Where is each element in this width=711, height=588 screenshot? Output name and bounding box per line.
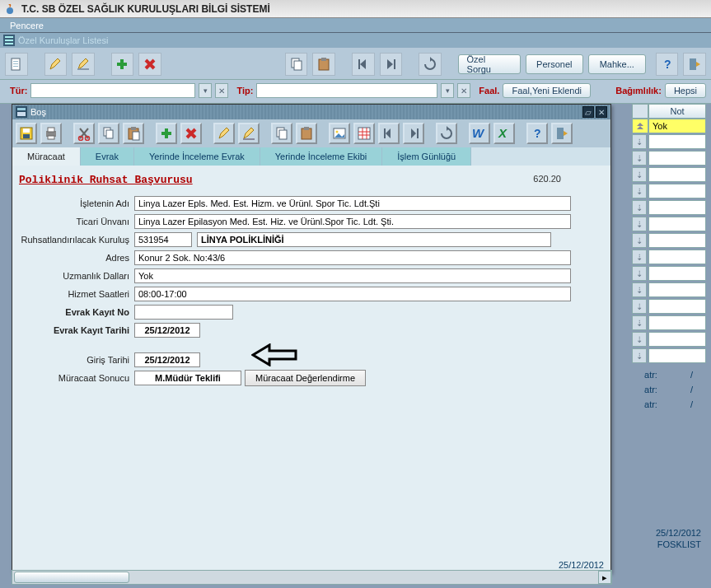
not-cell[interactable] bbox=[648, 315, 706, 330]
row-expand-icon[interactable]: ⇣ bbox=[632, 250, 647, 264]
row-expand-icon[interactable]: ⇣ bbox=[632, 167, 647, 182]
row-expand-icon[interactable]: ⇣ bbox=[632, 151, 647, 166]
row-expand-icon[interactable]: ⇣ bbox=[632, 134, 647, 149]
inner-help-icon[interactable]: ? bbox=[526, 123, 548, 144]
duplicate-icon[interactable] bbox=[271, 123, 292, 144]
not-cell[interactable] bbox=[648, 332, 706, 347]
scroll-right-icon[interactable]: ▸ bbox=[598, 571, 611, 584]
isletenin-adi-input[interactable] bbox=[134, 196, 571, 211]
inner-exit-icon[interactable] bbox=[551, 123, 573, 144]
tur-clear-icon[interactable]: ✕ bbox=[215, 83, 228, 98]
copy-icon[interactable] bbox=[98, 123, 119, 144]
cut-icon[interactable] bbox=[73, 123, 95, 144]
exit-button[interactable] bbox=[683, 53, 706, 76]
atr-label-2: atr: bbox=[644, 385, 657, 394]
not-cell[interactable] bbox=[648, 200, 706, 215]
delete-record-icon[interactable] bbox=[180, 123, 202, 144]
adres-label: Adres bbox=[19, 253, 134, 263]
tab-yerinde-inceleme-ekibi[interactable]: Yerinde İnceleme Ekibi bbox=[260, 147, 383, 166]
tur-input[interactable] bbox=[30, 83, 195, 98]
row-expand-icon[interactable]: ⇣ bbox=[632, 315, 647, 330]
clipboard-icon[interactable] bbox=[296, 123, 317, 144]
not-cell[interactable] bbox=[648, 134, 706, 149]
excel-icon[interactable]: X bbox=[493, 123, 515, 144]
uzmanlik-input[interactable] bbox=[134, 268, 571, 283]
evrak-kayit-tarihi-input[interactable] bbox=[134, 323, 200, 338]
personel-button[interactable]: Personel bbox=[526, 54, 583, 74]
horizontal-scrollbar[interactable]: ▸ bbox=[12, 570, 612, 585]
add-record-icon[interactable] bbox=[156, 123, 177, 144]
hizmet-input[interactable] bbox=[134, 287, 571, 301]
ozel-sorgu-button[interactable]: Özel Sorgu bbox=[458, 54, 521, 74]
faal-value[interactable]: Faal,Yeni Eklendi bbox=[503, 83, 591, 98]
ruhsat-kod-input[interactable] bbox=[134, 232, 192, 247]
refresh-button[interactable] bbox=[419, 53, 442, 76]
add-button[interactable] bbox=[111, 53, 134, 76]
save-icon[interactable] bbox=[16, 123, 37, 144]
not-cell[interactable] bbox=[648, 266, 706, 281]
menu-pencere[interactable]: Pencere bbox=[5, 21, 49, 30]
copy-button[interactable] bbox=[285, 53, 308, 76]
tab-islem-gunlugu[interactable]: İşlem Günlüğü bbox=[382, 147, 471, 166]
row-marker-icon[interactable] bbox=[632, 119, 648, 133]
nav-last-button[interactable] bbox=[380, 53, 403, 76]
not-header[interactable]: Not bbox=[648, 104, 706, 119]
bagimlilik-value[interactable]: Hepsi bbox=[665, 83, 706, 98]
not-cell[interactable] bbox=[648, 299, 706, 314]
muracaat-degerlendirme-button[interactable]: Müracaat Değerlendirme bbox=[245, 370, 366, 386]
pencil-line-icon[interactable] bbox=[238, 123, 260, 144]
not-cell[interactable] bbox=[648, 282, 706, 297]
not-cell[interactable] bbox=[648, 151, 706, 166]
pencil-button[interactable] bbox=[44, 53, 68, 76]
grid-icon[interactable] bbox=[353, 123, 375, 144]
scrollbar-thumb[interactable] bbox=[14, 572, 129, 583]
nav-prev-icon[interactable] bbox=[378, 123, 400, 144]
not-cell[interactable] bbox=[648, 233, 706, 248]
row-expand-icon[interactable]: ⇣ bbox=[632, 217, 647, 231]
not-cell[interactable] bbox=[648, 250, 706, 264]
nav-first-button[interactable] bbox=[352, 53, 375, 76]
inner-max-icon[interactable]: ▱ bbox=[582, 106, 594, 118]
tab-evrak[interactable]: Evrak bbox=[81, 147, 134, 166]
not-cell[interactable] bbox=[648, 348, 706, 363]
tab-yerinde-inceleme-evrak[interactable]: Yerinde İnceleme Evrak bbox=[134, 147, 260, 166]
row-expand-icon[interactable]: ⇣ bbox=[632, 200, 647, 215]
row-expand-icon[interactable]: ⇣ bbox=[632, 266, 647, 281]
ruhsat-ad-input[interactable] bbox=[197, 232, 551, 247]
tip-input[interactable] bbox=[256, 83, 437, 98]
print-icon[interactable] bbox=[40, 123, 62, 144]
not-cell[interactable] bbox=[648, 167, 706, 182]
doc-new-button[interactable] bbox=[5, 53, 28, 76]
tip-dropdown-icon[interactable]: ▾ bbox=[441, 83, 454, 98]
row-expand-icon[interactable]: ⇣ bbox=[632, 184, 647, 198]
delete-button[interactable] bbox=[138, 53, 161, 76]
giris-tarihi-input[interactable] bbox=[134, 352, 200, 367]
edit2-button[interactable] bbox=[72, 53, 95, 76]
not-cell[interactable] bbox=[648, 217, 706, 231]
nav-next-icon[interactable] bbox=[403, 123, 424, 144]
help-button[interactable]: ? bbox=[656, 53, 679, 76]
inner-titlebar[interactable]: Boş ▱ ✕ bbox=[12, 105, 610, 119]
row-expand-icon[interactable]: ⇣ bbox=[632, 233, 647, 248]
ticari-unvani-input[interactable] bbox=[134, 214, 571, 229]
pencil-icon[interactable] bbox=[213, 123, 235, 144]
row-expand-icon[interactable]: ⇣ bbox=[632, 282, 647, 297]
image-icon[interactable] bbox=[329, 123, 350, 144]
paste-button[interactable] bbox=[312, 53, 335, 76]
paste-icon[interactable] bbox=[123, 123, 144, 144]
not-cell[interactable] bbox=[648, 184, 706, 198]
word-icon[interactable]: W bbox=[469, 123, 490, 144]
tab-muracaat[interactable]: Müracaat bbox=[12, 147, 81, 166]
row-expand-icon[interactable]: ⇣ bbox=[632, 332, 647, 347]
row-expand-icon[interactable]: ⇣ bbox=[632, 299, 647, 314]
inner-close-icon[interactable]: ✕ bbox=[596, 106, 607, 118]
not-cell-1[interactable]: Yok bbox=[648, 119, 706, 133]
muracaat-sonucu-input[interactable] bbox=[134, 371, 241, 385]
mahke-button[interactable]: Mahke... bbox=[588, 54, 646, 74]
evrak-kayit-no-input[interactable] bbox=[134, 305, 233, 320]
tur-dropdown-icon[interactable]: ▾ bbox=[199, 83, 212, 98]
tip-clear-icon[interactable]: ✕ bbox=[457, 83, 470, 98]
row-expand-icon[interactable]: ⇣ bbox=[632, 348, 647, 363]
refresh-icon[interactable] bbox=[436, 123, 457, 144]
adres-input[interactable] bbox=[134, 250, 571, 265]
